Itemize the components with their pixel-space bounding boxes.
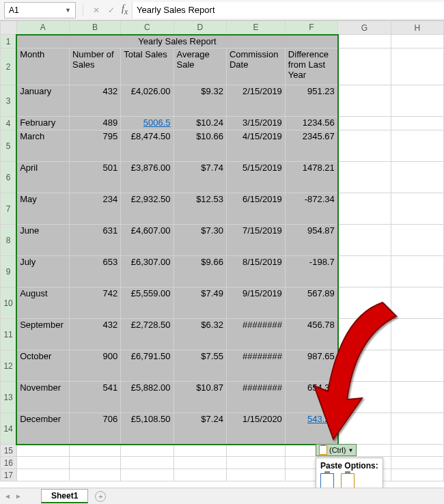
- data-cell[interactable]: -872.34: [285, 193, 337, 225]
- data-cell[interactable]: November: [16, 382, 69, 413]
- data-cell[interactable]: 432: [69, 85, 120, 117]
- data-cell[interactable]: 653: [69, 256, 120, 288]
- column-header-G[interactable]: G: [338, 21, 391, 35]
- cell[interactable]: [391, 457, 443, 469]
- data-cell[interactable]: 501: [69, 162, 120, 193]
- cell[interactable]: [16, 469, 69, 481]
- data-cell[interactable]: £2,932.50: [121, 193, 174, 225]
- column-header-E[interactable]: E: [226, 21, 285, 35]
- data-cell[interactable]: $9.66: [174, 256, 226, 288]
- data-cell[interactable]: 541: [69, 382, 120, 413]
- header-cell[interactable]: Total Sales: [121, 48, 174, 85]
- title-cell[interactable]: Yearly Sales Report: [16, 35, 338, 48]
- row-header-4[interactable]: 4: [1, 117, 17, 130]
- cell[interactable]: [226, 469, 285, 481]
- name-box[interactable]: A1 ▼: [4, 2, 76, 18]
- data-cell[interactable]: 5/15/2019: [226, 162, 285, 193]
- row-header-10[interactable]: 10: [1, 288, 17, 319]
- row-header-1[interactable]: 1: [1, 35, 17, 48]
- cell[interactable]: [391, 350, 443, 382]
- column-header-C[interactable]: C: [121, 21, 174, 35]
- data-cell[interactable]: 7/15/2019: [226, 225, 285, 256]
- cell[interactable]: [391, 469, 443, 481]
- data-cell[interactable]: £3,876.00: [121, 162, 174, 193]
- cell[interactable]: [391, 225, 443, 256]
- data-cell[interactable]: $10.66: [174, 130, 226, 162]
- data-cell[interactable]: 654.32: [285, 382, 337, 413]
- row-header-16[interactable]: 16: [1, 457, 17, 469]
- data-cell[interactable]: May: [16, 193, 69, 225]
- cell[interactable]: [121, 469, 174, 481]
- data-cell[interactable]: 234: [69, 193, 120, 225]
- cell[interactable]: [338, 85, 391, 117]
- data-cell[interactable]: 456.78: [285, 319, 337, 350]
- data-cell[interactable]: £8,474.50: [121, 130, 174, 162]
- data-cell[interactable]: 432: [69, 319, 120, 350]
- cell[interactable]: [226, 457, 285, 469]
- select-all-corner[interactable]: [1, 21, 17, 35]
- row-header-13[interactable]: 13: [1, 382, 17, 413]
- data-cell[interactable]: 987.65: [285, 350, 337, 382]
- formula-input[interactable]: [132, 2, 444, 18]
- add-sheet-button[interactable]: +: [95, 491, 106, 502]
- data-cell[interactable]: $7.74: [174, 162, 226, 193]
- cell[interactable]: [338, 35, 391, 48]
- data-cell[interactable]: $10.87: [174, 382, 226, 413]
- data-cell[interactable]: £5,559.00: [121, 288, 174, 319]
- header-cell[interactable]: Commission Date: [226, 48, 285, 85]
- data-cell[interactable]: 1478.21: [285, 162, 337, 193]
- cell[interactable]: [174, 457, 226, 469]
- data-cell[interactable]: $9.32: [174, 85, 226, 117]
- cell[interactable]: [391, 288, 443, 319]
- data-cell[interactable]: $7.24: [174, 413, 226, 445]
- data-cell[interactable]: 1234.56: [285, 117, 337, 130]
- cell[interactable]: [391, 193, 443, 225]
- cell[interactable]: [391, 48, 443, 85]
- cell[interactable]: [391, 445, 443, 457]
- row-header-14[interactable]: 14: [1, 413, 17, 445]
- cell[interactable]: [338, 162, 391, 193]
- data-cell[interactable]: ########: [226, 319, 285, 350]
- data-cell[interactable]: 2/15/2019: [226, 85, 285, 117]
- data-cell[interactable]: 567.89: [285, 288, 337, 319]
- paste-ctrl-badge[interactable]: (Ctrl) ▼: [316, 444, 357, 456]
- chevron-down-icon[interactable]: ▼: [65, 7, 71, 14]
- cell[interactable]: [391, 85, 443, 117]
- data-cell[interactable]: £5,108.50: [121, 413, 174, 445]
- header-cell[interactable]: Average Sale: [174, 48, 226, 85]
- data-cell[interactable]: 3/15/2019: [226, 117, 285, 130]
- data-cell[interactable]: £4,607.00: [121, 225, 174, 256]
- data-cell[interactable]: 4/15/2019: [226, 130, 285, 162]
- data-cell[interactable]: 9/15/2019: [226, 288, 285, 319]
- cell[interactable]: [121, 457, 174, 469]
- column-header-H[interactable]: H: [391, 21, 443, 35]
- header-cell[interactable]: Month: [16, 48, 69, 85]
- header-cell[interactable]: Difference from Last Year: [285, 48, 337, 85]
- row-header-7[interactable]: 7: [1, 193, 17, 225]
- cell[interactable]: [391, 382, 443, 413]
- data-cell[interactable]: 900: [69, 350, 120, 382]
- cell[interactable]: [16, 445, 69, 457]
- cell[interactable]: [338, 319, 391, 350]
- cell[interactable]: [338, 256, 391, 288]
- column-header-B[interactable]: B: [69, 21, 120, 35]
- data-cell[interactable]: September: [16, 319, 69, 350]
- tab-nav-prev-icon[interactable]: ◄: [4, 492, 11, 500]
- row-header-12[interactable]: 12: [1, 350, 17, 382]
- data-cell[interactable]: 5006.5: [121, 117, 174, 130]
- cell[interactable]: [338, 288, 391, 319]
- data-cell[interactable]: 706: [69, 413, 120, 445]
- data-cell[interactable]: 795: [69, 130, 120, 162]
- data-cell[interactable]: 631: [69, 225, 120, 256]
- cell[interactable]: [338, 382, 391, 413]
- data-cell[interactable]: 543.21: [285, 413, 337, 445]
- cell[interactable]: [338, 117, 391, 130]
- row-header-3[interactable]: 3: [1, 85, 17, 117]
- column-header-F[interactable]: F: [285, 21, 337, 35]
- data-cell[interactable]: -198.7: [285, 256, 337, 288]
- cell[interactable]: [121, 445, 174, 457]
- data-cell[interactable]: 489: [69, 117, 120, 130]
- data-cell[interactable]: $10.24: [174, 117, 226, 130]
- data-cell[interactable]: $12.53: [174, 193, 226, 225]
- row-header-17[interactable]: 17: [1, 469, 17, 481]
